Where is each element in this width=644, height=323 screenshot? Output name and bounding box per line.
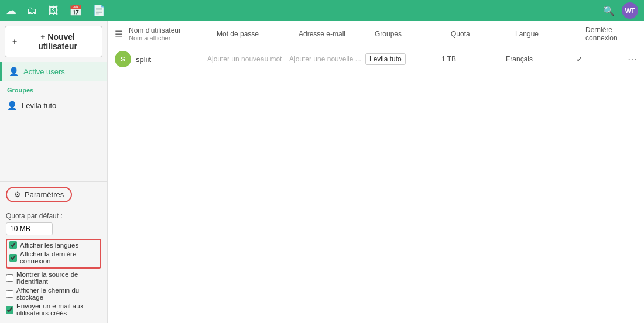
sidebar-item-leviia-tuto[interactable]: 👤 Leviia tuto <box>0 96 107 115</box>
user-avatar: S <box>115 51 131 67</box>
plus-icon: + <box>12 37 17 46</box>
cloud-icon[interactable]: ☁ <box>6 4 16 17</box>
col-header-password: Mot de passe <box>217 30 299 38</box>
checkbox-item-afficher-langues: Afficher les langues <box>9 241 98 249</box>
file-icon[interactable]: 📄 <box>93 4 105 17</box>
checkbox-envoyer-email[interactable] <box>6 306 13 314</box>
password-placeholder: Ajouter un nouveau mot <box>207 55 282 63</box>
email-placeholder: Ajouter une nouvelle ... <box>289 55 361 63</box>
search-icon[interactable]: 🔍 <box>603 5 615 16</box>
checkbox-afficher-langues[interactable] <box>9 241 17 249</box>
password-cell[interactable]: Ajouter un nouveau mot <box>207 55 289 63</box>
checkbox-montrer-source[interactable] <box>6 274 13 282</box>
image-icon[interactable]: 🖼 <box>48 5 59 17</box>
checkbox-label-montrer-source: Montrer la source de l'identifiant <box>16 271 101 285</box>
checkbox-item-envoyer-email: Envoyer un e-mail aux utilisateurs créés <box>6 303 101 317</box>
col-header-groups: Groupes <box>375 30 451 38</box>
hamburger-icon[interactable]: ☰ <box>115 29 123 40</box>
quota-input[interactable] <box>6 222 53 235</box>
active-users-label: Active users <box>23 67 65 76</box>
sidebar: + + Nouvel utilisateur 👤 Active users Gr… <box>0 21 108 323</box>
checkmark-icon: ✓ <box>576 54 583 64</box>
col-header-email: Adresse e-mail <box>299 30 375 38</box>
table-row: S spliit Ajouter un nouveau mot Ajouter … <box>108 47 644 71</box>
language-cell: Français <box>506 55 576 63</box>
topbar-left: ☁ 🗂 🖼 📅 📄 <box>6 4 105 17</box>
calendar-icon[interactable]: 📅 <box>69 4 82 17</box>
username-cell: spliit <box>136 55 207 64</box>
checkbox-item-afficher-chemin: Afficher le chemin du stockage <box>6 287 101 301</box>
checkbox-label-afficher-langues: Afficher les langues <box>20 242 78 249</box>
new-user-label: + Nouvel utilisateur <box>20 32 95 51</box>
checkbox-label-afficher-chemin: Afficher le chemin du stockage <box>16 287 101 301</box>
params-label: Paramètres <box>25 190 64 199</box>
quota-label: Quota par défaut : <box>6 212 101 220</box>
col-header-quota: Quota <box>451 30 515 38</box>
group-icon: 👤 <box>7 101 17 110</box>
main-layout: + + Nouvel utilisateur 👤 Active users Gr… <box>0 21 644 323</box>
highlighted-checkboxes-group: Afficher les languesAfficher la dernière… <box>6 239 101 269</box>
params-header[interactable]: ⚙ Paramètres <box>6 187 72 202</box>
email-cell[interactable]: Ajouter une nouvelle ... <box>289 55 365 63</box>
quota-cell: 1 TB <box>441 55 506 63</box>
gear-icon: ⚙ <box>14 190 21 199</box>
col-header-username: Nom d'utilisateur Nom à afficher <box>129 26 217 42</box>
groups-section-label: Groupes <box>0 81 107 96</box>
topbar-right: 🔍 WT <box>603 2 638 19</box>
groups-cell: Leviia tuto <box>365 53 441 65</box>
sidebar-item-active-users[interactable]: 👤 Active users <box>0 62 107 81</box>
new-user-button[interactable]: + + Nouvel utilisateur <box>5 26 102 57</box>
group-badge: Leviia tuto <box>365 53 406 65</box>
main-content: ☰ Nom d'utilisateur Nom à afficher Mot d… <box>108 21 644 323</box>
col-header-lastlogin: Dernière connexion <box>585 26 637 42</box>
more-options-button[interactable]: ⋯ <box>628 54 637 65</box>
avatar[interactable]: WT <box>622 2 638 19</box>
checkbox-item-montrer-source: Montrer la source de l'identifiant <box>6 271 101 285</box>
checkbox-afficher-connexion[interactable] <box>9 254 17 262</box>
user-icon: 👤 <box>9 67 19 76</box>
col-header-language: Langue <box>515 30 585 38</box>
checkbox-label-afficher-connexion: Afficher la dernière connexion <box>20 250 98 264</box>
lastlogin-cell: ✓ ⋯ <box>576 54 637 65</box>
params-section: ⚙ Paramètres Quota par défaut : Afficher… <box>0 181 107 323</box>
topbar: ☁ 🗂 🖼 📅 📄 🔍 WT <box>0 0 644 21</box>
checkbox-afficher-chemin[interactable] <box>6 290 13 298</box>
params-header-wrapper: ⚙ Paramètres <box>6 187 101 207</box>
checkboxes-container: Afficher les languesAfficher la dernière… <box>6 239 101 317</box>
checkbox-label-envoyer-email: Envoyer un e-mail aux utilisateurs créés <box>16 303 101 317</box>
group-label: Leviia tuto <box>22 101 56 110</box>
folder-icon[interactable]: 🗂 <box>27 5 37 17</box>
table-header: ☰ Nom d'utilisateur Nom à afficher Mot d… <box>108 21 644 47</box>
checkbox-item-afficher-connexion: Afficher la dernière connexion <box>9 250 98 264</box>
